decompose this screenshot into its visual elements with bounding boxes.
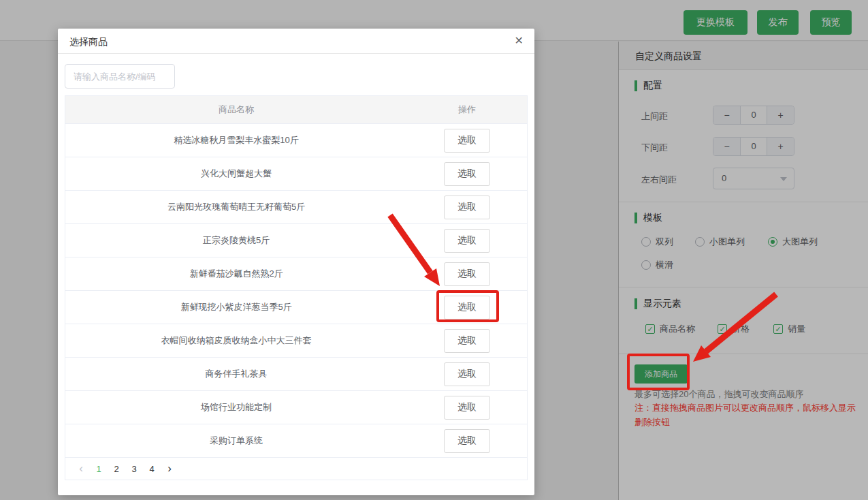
product-name: 精选冰糖秋月雪梨丰水蜜梨10斤 [65, 134, 407, 146]
table-row: 正宗炎陵黄桃5斤 选取 [65, 223, 527, 257]
product-name: 兴化大闸蟹超大蟹 [65, 168, 407, 180]
chevron-right-icon[interactable]: › [161, 462, 178, 475]
page-number-3[interactable]: 3 [125, 464, 143, 474]
select-product-button[interactable]: 选取 [444, 129, 490, 153]
action-cell: 选取 [407, 296, 527, 319]
product-name: 云南阳光玫瑰葡萄晴王无籽葡萄5斤 [65, 201, 407, 213]
action-cell: 选取 [407, 362, 527, 386]
pagination: ‹ 1 2 3 4 › [65, 457, 527, 480]
table-row-highlighted: 新鲜现挖小紫皮洋葱当季5斤 选取 [65, 290, 527, 324]
select-product-modal: 选择商品 ✕ 商品名称 操作 精选冰糖秋月雪梨丰水蜜梨10斤 选取 兴化大闸蟹超… [58, 29, 534, 495]
column-header-name: 商品名称 [65, 104, 407, 116]
select-product-button[interactable]: 选取 [444, 162, 490, 186]
modal-title: 选择商品 [69, 36, 108, 48]
chevron-left-icon[interactable]: ‹ [72, 462, 90, 475]
table-row: 衣帽间收纳箱皮质收纳盒小中大三件套 选取 [65, 324, 527, 357]
product-name: 采购订单系统 [65, 435, 407, 447]
table-row: 场馆行业功能定制 选取 [65, 390, 527, 424]
product-table: 商品名称 操作 精选冰糖秋月雪梨丰水蜜梨10斤 选取 兴化大闸蟹超大蟹 选取 云… [65, 95, 528, 480]
product-name: 场馆行业功能定制 [65, 401, 407, 413]
page-number-1[interactable]: 1 [90, 464, 108, 474]
table-row: 兴化大闸蟹超大蟹 选取 [65, 157, 527, 190]
select-product-button[interactable]: 选取 [444, 396, 490, 420]
select-product-button[interactable]: 选取 [444, 362, 490, 386]
action-cell: 选取 [407, 229, 527, 253]
select-product-button[interactable]: 选取 [444, 229, 490, 253]
action-cell: 选取 [407, 196, 527, 219]
select-product-button[interactable]: 选取 [444, 296, 490, 319]
table-header: 商品名称 操作 [65, 96, 527, 123]
modal-titlebar: 选择商品 ✕ [58, 29, 534, 54]
column-header-action: 操作 [407, 104, 527, 116]
close-icon[interactable]: ✕ [515, 35, 524, 47]
select-product-button[interactable]: 选取 [444, 329, 490, 353]
table-row: 新鲜番茄沙瓤自然熟2斤 选取 [65, 257, 527, 290]
action-cell: 选取 [407, 329, 527, 353]
select-product-button[interactable]: 选取 [444, 429, 490, 453]
table-row: 采购订单系统 选取 [65, 424, 527, 457]
action-cell: 选取 [407, 262, 527, 286]
page-number-4[interactable]: 4 [143, 464, 161, 474]
action-cell: 选取 [407, 162, 527, 186]
product-name: 衣帽间收纳箱皮质收纳盒小中大三件套 [65, 334, 407, 347]
page: 更换模板 发布 预览 自定义商品设置 配置 上间距 − 0 + 下间距 − 0 … [0, 0, 868, 500]
select-product-button[interactable]: 选取 [444, 262, 490, 286]
select-product-button[interactable]: 选取 [444, 196, 490, 219]
product-name: 正宗炎陵黄桃5斤 [65, 234, 407, 247]
action-cell: 选取 [407, 129, 527, 153]
page-number-2[interactable]: 2 [108, 464, 125, 474]
table-row: 商务伴手礼茶具 选取 [65, 357, 527, 390]
table-row: 云南阳光玫瑰葡萄晴王无籽葡萄5斤 选取 [65, 190, 527, 223]
product-name: 商务伴手礼茶具 [65, 368, 407, 380]
product-search-input[interactable] [65, 64, 175, 89]
product-name: 新鲜现挖小紫皮洋葱当季5斤 [65, 301, 407, 313]
table-row: 精选冰糖秋月雪梨丰水蜜梨10斤 选取 [65, 123, 527, 157]
action-cell: 选取 [407, 396, 527, 420]
action-cell: 选取 [407, 429, 527, 453]
product-name: 新鲜番茄沙瓤自然熟2斤 [65, 268, 407, 280]
